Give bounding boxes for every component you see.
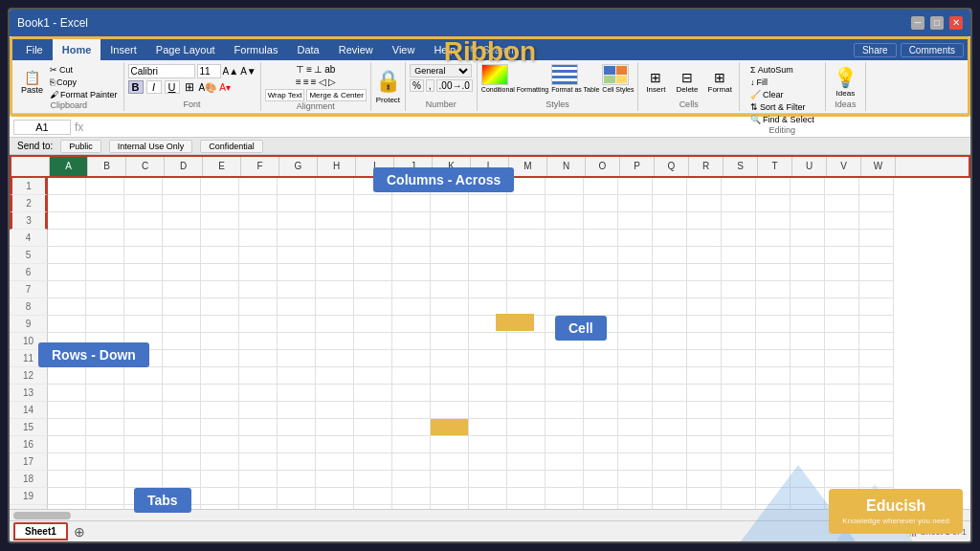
cell[interactable] <box>278 333 316 350</box>
cell[interactable] <box>584 230 618 247</box>
cell[interactable] <box>431 402 469 419</box>
cell[interactable] <box>354 212 392 230</box>
cell[interactable] <box>201 212 239 230</box>
cell[interactable] <box>354 436 392 453</box>
cell[interactable] <box>825 367 859 385</box>
cell[interactable] <box>546 281 584 298</box>
cell[interactable] <box>722 247 756 264</box>
tab-review[interactable]: Review <box>329 39 383 60</box>
cell[interactable] <box>48 385 86 402</box>
cell[interactable] <box>431 195 469 212</box>
cell[interactable] <box>618 212 653 230</box>
cell[interactable] <box>316 385 354 402</box>
cell[interactable] <box>48 453 86 471</box>
cell[interactable] <box>163 367 201 385</box>
cell[interactable] <box>507 385 546 402</box>
cell[interactable] <box>653 402 687 419</box>
cell[interactable] <box>278 316 316 333</box>
cell[interactable] <box>124 195 163 212</box>
cell[interactable] <box>618 350 653 367</box>
cell[interactable] <box>618 471 653 488</box>
cell[interactable] <box>316 367 354 385</box>
cell[interactable] <box>756 385 791 402</box>
share-button[interactable]: Share <box>854 43 897 57</box>
cell[interactable] <box>86 298 124 316</box>
cell[interactable] <box>507 402 546 419</box>
cell[interactable] <box>124 212 163 230</box>
cell[interactable] <box>86 350 124 367</box>
cell[interactable] <box>687 178 722 195</box>
indent-increase-icon[interactable]: ▷ <box>328 77 336 87</box>
cell[interactable] <box>392 350 431 367</box>
cell-styles-button[interactable]: Cell Styles <box>602 64 634 94</box>
cell[interactable] <box>687 264 722 281</box>
cell[interactable] <box>756 367 791 385</box>
cell[interactable] <box>316 453 354 471</box>
cell[interactable] <box>124 316 163 333</box>
cell[interactable] <box>201 178 239 195</box>
cell[interactable] <box>507 419 546 436</box>
cell[interactable] <box>584 471 618 488</box>
cell[interactable] <box>653 333 687 350</box>
cell[interactable] <box>48 230 86 247</box>
cell[interactable] <box>722 402 756 419</box>
cell[interactable] <box>825 247 859 264</box>
cell[interactable] <box>239 195 278 212</box>
cell[interactable] <box>825 264 859 281</box>
cell[interactable] <box>546 350 584 367</box>
cell[interactable] <box>124 367 163 385</box>
cell[interactable] <box>239 488 278 505</box>
col-header-h[interactable]: H <box>318 157 356 176</box>
cell[interactable] <box>618 333 653 350</box>
cell[interactable] <box>791 264 825 281</box>
cell[interactable] <box>859 453 894 471</box>
cell[interactable] <box>825 402 859 419</box>
cell[interactable] <box>201 385 239 402</box>
merge-center-button[interactable]: Merge & Center <box>306 89 366 101</box>
cell[interactable] <box>507 333 546 350</box>
cell[interactable] <box>618 230 653 247</box>
sort-filter-button[interactable]: ⇅ Sort & Filter <box>748 101 808 113</box>
cell[interactable] <box>825 471 859 488</box>
cell[interactable] <box>163 419 201 436</box>
cell[interactable] <box>278 436 316 453</box>
cell[interactable] <box>791 316 825 333</box>
cell[interactable] <box>431 488 469 505</box>
cell[interactable] <box>431 212 469 230</box>
cell[interactable] <box>825 212 859 230</box>
cell[interactable] <box>859 488 894 505</box>
cell[interactable] <box>653 281 687 298</box>
cell[interactable] <box>756 402 791 419</box>
paste-button[interactable]: 📋 Paste <box>18 68 46 98</box>
cell[interactable] <box>756 230 791 247</box>
cell[interactable] <box>431 333 469 350</box>
cell[interactable] <box>653 350 687 367</box>
tab-insert[interactable]: Insert <box>100 39 146 60</box>
cell[interactable] <box>48 471 86 488</box>
cell[interactable] <box>239 212 278 230</box>
cell[interactable] <box>163 230 201 247</box>
cell[interactable] <box>316 247 354 264</box>
cell[interactable] <box>124 230 163 247</box>
cell[interactable] <box>825 333 859 350</box>
wrap-text-button[interactable]: Wrap Text <box>265 89 305 101</box>
cell[interactable] <box>791 402 825 419</box>
cell[interactable] <box>201 402 239 419</box>
cell[interactable] <box>239 402 278 419</box>
cell[interactable] <box>278 212 316 230</box>
cell[interactable] <box>859 471 894 488</box>
italic-button[interactable]: I <box>146 80 162 94</box>
cell[interactable] <box>859 178 894 195</box>
cell[interactable] <box>722 350 756 367</box>
cell[interactable] <box>722 419 756 436</box>
cell[interactable] <box>48 178 86 195</box>
cell[interactable] <box>791 212 825 230</box>
orientation-icon[interactable]: ab <box>324 64 335 75</box>
cell[interactable] <box>469 385 507 402</box>
cell[interactable] <box>239 350 278 367</box>
number-format-select[interactable]: General Number Currency <box>410 64 472 77</box>
cell[interactable] <box>354 453 392 471</box>
cell[interactable] <box>48 281 86 298</box>
cell[interactable] <box>124 281 163 298</box>
cell[interactable] <box>201 195 239 212</box>
